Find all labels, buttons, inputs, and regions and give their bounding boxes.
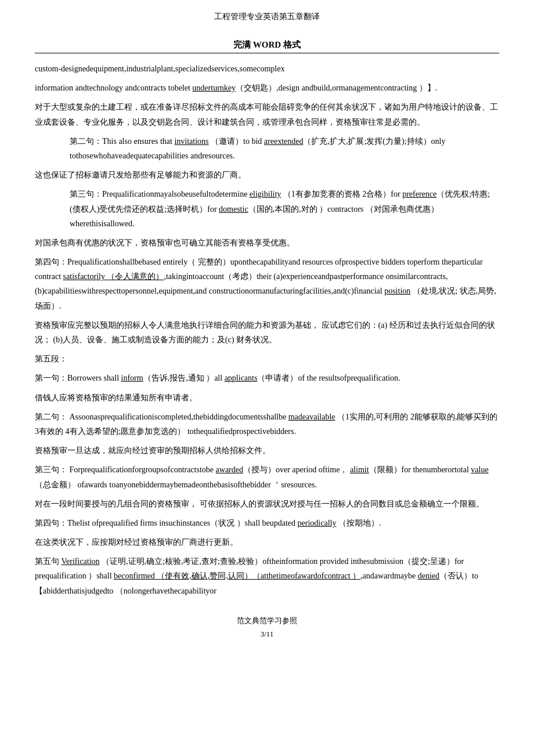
page-wrapper: 工程管理专业英语第五章翻译 完满 WORD 格式 custom-designed… (0, 0, 534, 756)
paragraph-p15: 第三句： Forprequalificationforgroupsofcontr… (35, 462, 499, 491)
underline-underturnkey: underturnkey (192, 84, 236, 92)
section-label: 完满 WORD 格式 (35, 39, 499, 50)
paragraph-p19: 第五句 Verification （证明,证明,确立;核验,考证,查对;查验,校… (35, 554, 499, 598)
underline-inform: inform (121, 374, 143, 382)
underline-denied: denied (418, 571, 439, 580)
divider (35, 53, 499, 53)
paragraph-p6: 第三句：Prequalificationmayalsobeusefultodet… (35, 187, 499, 231)
paragraph-p7: 对国承包商有优惠的状况下，资格预审也可确立其能否有资格享受优惠。 (35, 236, 499, 250)
underline-value: value (471, 465, 488, 474)
page-number: 3/11 (35, 630, 499, 639)
page-top-title: 工程管理专业英语第五章翻译 (35, 12, 499, 22)
underline-beconfirmed: beconfirmed （使有效,确认,赞同,认同）（atthetimeofaw… (114, 571, 360, 580)
footer-label: 范文典范学习参照 (237, 616, 297, 625)
header-title: 工程管理专业英语第五章翻译 (214, 12, 320, 21)
underline-domestic: domestic (219, 205, 248, 214)
paragraph-p18: 在这类状况下，应按期对经过资格预审的厂商进行更新。 (35, 535, 499, 549)
underline-periodically: periodically (298, 519, 337, 527)
paragraph-p12: 借钱人应将资格预审的结果通知所有申请者。 (35, 390, 499, 405)
paragraph-p2: information andtechnology andcontracts t… (35, 81, 499, 95)
underline-awarded: awarded (216, 465, 243, 474)
underline-eligibility: eligibility (250, 190, 281, 198)
underline-satisfactorily: satisfactorily （令人满意的） (63, 272, 164, 281)
paragraph-p14: 资格预审一旦达成，就应向经过资审的预期招标人供给招标文件。 (35, 443, 499, 458)
paragraph-p11: 第一句：Borrowers shall inform（告诉,报告,通知 ）all… (35, 371, 499, 385)
paragraph-p1: custom-designedequipment,industrialplant… (35, 62, 499, 76)
underline-position: position (384, 287, 410, 295)
underline-preference: preference (402, 190, 436, 198)
underline-areextended: areextended (264, 137, 304, 146)
underline-applicants: applicants (225, 374, 258, 382)
underline-madeavailable: madeavailable (288, 413, 335, 421)
paragraph-p3: 对于大型或复杂的土建工程，或在准备详尽招标文件的高成本可能会阻碍竞争的任何其余状… (35, 100, 499, 129)
paragraph-p5: 这也保证了招标邀请只发给那些有足够能力和资源的厂商。 (35, 168, 499, 182)
page-footer: 范文典范学习参照 (35, 616, 499, 626)
paragraph-p4: 第二句：This also ensures that invitations （… (35, 134, 499, 163)
paragraph-p17: 第四句：Thelist ofprequalified firms insuchi… (35, 516, 499, 530)
paragraph-p9: 资格预审应完整以预期的招标人令人满意地执行详细合同的能力和资源为基础， 应试虑它… (35, 318, 499, 347)
underline-invitations: invitations (174, 137, 208, 146)
paragraph-p16: 对在一段时间要授与的几组合同的资格预审， 可依据招标人的资源状况对授与任一招标人… (35, 497, 499, 511)
underline-verification: Verification (62, 557, 100, 566)
underline-alimit: alimit (350, 465, 369, 474)
paragraph-p13: 第二句： Assoonasprequalificationiscompleted… (35, 410, 499, 439)
paragraph-p8: 第四句：Prequalificationshallbebased entirel… (35, 255, 499, 313)
paragraph-p10: 第五段： (35, 352, 499, 366)
